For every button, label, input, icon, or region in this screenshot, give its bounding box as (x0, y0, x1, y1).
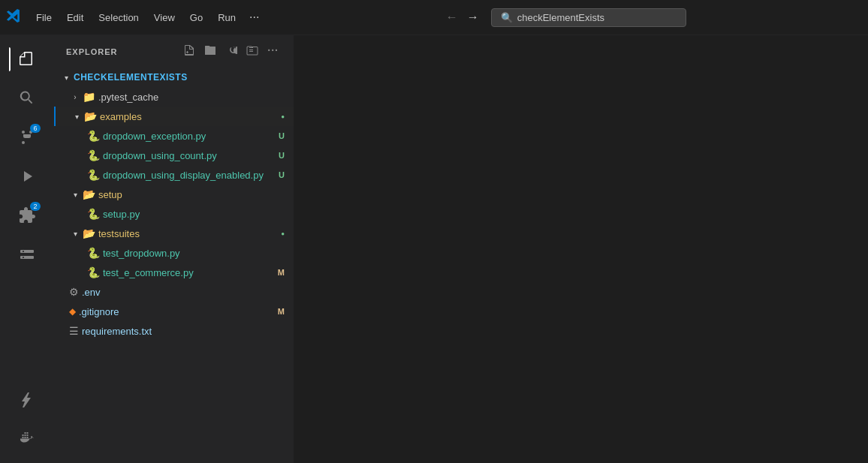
pytest-cache-item[interactable]: › 📁 .pytest_cache (54, 87, 294, 107)
gitignore-item[interactable]: ◆ .gitignore M (54, 302, 294, 321)
dropdown-count-label: dropdown_using_count.py (103, 150, 279, 161)
requirements-item[interactable]: ☰ requirements.txt (54, 321, 294, 341)
search-icon: 🔍 (501, 12, 513, 23)
dropdown-display-label: dropdown_using_display_enabled.py (103, 170, 279, 181)
svg-rect-0 (20, 250, 34, 253)
nav-forward-button[interactable]: → (464, 9, 482, 26)
menu-go[interactable]: Go (184, 9, 209, 26)
activity-explorer[interactable] (9, 41, 45, 77)
menu-run[interactable]: Run (212, 9, 242, 26)
dropdown-display-item[interactable]: 🐍 dropdown_using_display_enabled.py U (54, 165, 294, 185)
examples-arrow: ▾ (71, 113, 83, 121)
dropdown-count-badge: U (279, 151, 285, 160)
gitignore-icon: ◆ (69, 306, 76, 317)
setup-arrow: ▾ (69, 191, 81, 199)
test-dropdown-item[interactable]: 🐍 test_dropdown.py (54, 243, 294, 263)
setup-py-icon: 🐍 (87, 208, 100, 220)
env-label: .env (82, 287, 294, 298)
testsuites-folder-label: testsuites (98, 228, 281, 239)
pytest-cache-arrow: › (69, 93, 81, 101)
setup-folder-label: setup (98, 189, 294, 200)
activity-source-control[interactable]: 6 (9, 119, 45, 155)
search-input[interactable] (517, 12, 668, 23)
dropdown-exception-icon: 🐍 (87, 130, 100, 142)
source-control-badge: 6 (30, 124, 41, 133)
menu-file[interactable]: File (30, 9, 58, 26)
setup-folder-item[interactable]: ▾ 📂 setup (54, 185, 294, 204)
test-dropdown-label: test_dropdown.py (103, 248, 294, 259)
sidebar-header: EXPLORER ··· (54, 35, 294, 68)
testsuites-folder-item[interactable]: ▾ 📂 testsuites ● (54, 224, 294, 243)
pytest-cache-label: .pytest_cache (98, 92, 294, 103)
root-expand-arrow: ▾ (60, 74, 72, 82)
editor-area (294, 35, 868, 463)
setup-py-label: setup.py (103, 209, 294, 220)
menu-view[interactable]: View (148, 9, 181, 26)
sidebar: EXPLORER ··· ▾ CHECK (54, 35, 294, 463)
svg-rect-1 (20, 256, 34, 259)
examples-folder-label: examples (100, 111, 281, 122)
activity-testing[interactable] (9, 382, 45, 418)
svg-point-2 (23, 251, 24, 252)
dropdown-count-icon: 🐍 (87, 149, 100, 161)
file-tree: ▾ CHECKELEMENTEXISTS › 📁 .pytest_cache ▾… (54, 68, 294, 463)
test-ecommerce-icon: 🐍 (87, 266, 100, 278)
nav-back-button[interactable]: ← (443, 9, 461, 26)
setup-py-item[interactable]: 🐍 setup.py (54, 204, 294, 224)
menu-more[interactable]: ··· (245, 8, 264, 27)
menu-selection[interactable]: Selection (92, 9, 144, 26)
nav-arrows: ← → (443, 9, 482, 26)
activity-extensions[interactable]: 2 (9, 197, 45, 233)
dropdown-count-item[interactable]: 🐍 dropdown_using_count.py U (54, 146, 294, 165)
pytest-cache-folder-icon: 📁 (83, 91, 95, 103)
menu-edit[interactable]: Edit (61, 9, 89, 26)
examples-folder-icon: 📂 (84, 110, 97, 122)
env-icon: ⚙ (69, 286, 79, 298)
testsuites-dot-badge: ● (281, 230, 285, 237)
refresh-button[interactable] (222, 43, 240, 60)
collapse-all-button[interactable] (243, 43, 261, 60)
dropdown-display-icon: 🐍 (87, 169, 100, 181)
examples-dot-badge: ● (281, 113, 285, 120)
activity-search[interactable] (9, 80, 45, 116)
extensions-badge: 2 (30, 202, 41, 211)
test-dropdown-icon: 🐍 (87, 247, 100, 259)
activity-bar: 6 2 (0, 35, 54, 463)
titlebar: File Edit Selection View Go Run ··· ← → … (0, 0, 868, 35)
testsuites-folder-icon: 📂 (83, 227, 95, 239)
examples-folder-item[interactable]: ▾ 📂 examples ● (54, 107, 294, 126)
test-ecommerce-badge: M (278, 268, 285, 277)
project-root-item[interactable]: ▾ CHECKELEMENTEXISTS (54, 68, 294, 87)
test-ecommerce-item[interactable]: 🐍 test_e_commerce.py M (54, 263, 294, 282)
requirements-icon: ☰ (69, 325, 79, 337)
new-file-button[interactable] (180, 43, 198, 60)
sidebar-title: EXPLORER (66, 47, 118, 56)
dropdown-display-badge: U (279, 170, 285, 179)
dropdown-exception-badge: U (279, 131, 285, 140)
gitignore-badge: M (278, 307, 285, 316)
test-ecommerce-label: test_e_commerce.py (103, 267, 278, 278)
requirements-label: requirements.txt (82, 326, 294, 337)
vscode-logo (6, 8, 21, 27)
main-layout: 6 2 (0, 35, 868, 463)
setup-folder-icon: 📂 (83, 188, 95, 200)
more-actions-button[interactable]: ··· (264, 43, 282, 60)
testsuites-arrow: ▾ (69, 230, 81, 238)
activity-run-debug[interactable] (9, 158, 45, 194)
dropdown-exception-label: dropdown_exception.py (103, 131, 279, 142)
new-folder-button[interactable] (201, 43, 219, 60)
gitignore-label: .gitignore (79, 306, 278, 317)
dropdown-exception-item[interactable]: 🐍 dropdown_exception.py U (54, 126, 294, 146)
env-item[interactable]: ⚙ .env (54, 282, 294, 302)
activity-remote-explorer[interactable] (9, 236, 45, 272)
command-search-bar[interactable]: 🔍 (491, 8, 686, 27)
activity-docker[interactable] (9, 421, 45, 457)
project-root-label: CHECKELEMENTEXISTS (74, 72, 294, 83)
sidebar-actions: ··· (180, 43, 282, 60)
svg-point-3 (23, 257, 24, 258)
